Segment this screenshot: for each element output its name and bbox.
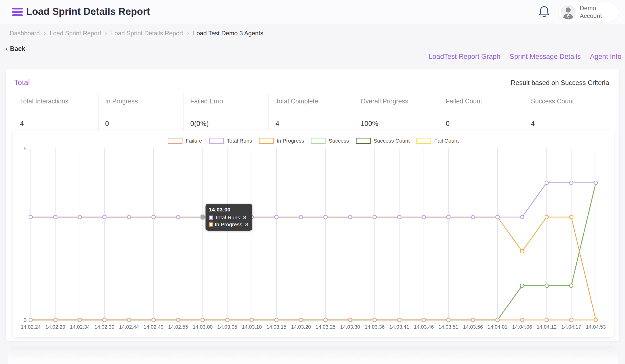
chevron-left-icon: ‹ bbox=[6, 45, 8, 53]
series-point-total-runs[interactable] bbox=[78, 215, 82, 219]
x-axis-label: 14:03:10 bbox=[242, 324, 262, 330]
series-point-total-runs[interactable] bbox=[496, 215, 499, 219]
series-point-failure[interactable] bbox=[520, 318, 524, 322]
series-point-failure[interactable] bbox=[250, 318, 254, 322]
x-axis-label: 14:04:06 bbox=[512, 324, 532, 330]
x-axis-label: 14:03:36 bbox=[365, 324, 385, 330]
series-point-total-runs[interactable] bbox=[299, 215, 303, 219]
series-point-in-progress[interactable] bbox=[594, 318, 598, 322]
y-axis-label: 5 bbox=[24, 145, 27, 151]
series-point-failure[interactable] bbox=[324, 318, 327, 322]
link-sprint-message-details[interactable]: Sprint Message Details bbox=[510, 53, 581, 61]
legend-item-total-runs[interactable]: Total Runs bbox=[209, 138, 252, 144]
legend-item-in-progress[interactable]: In Progress bbox=[259, 138, 304, 144]
chart-legend: FailureTotal RunsIn ProgressSuccessSucce… bbox=[13, 138, 614, 144]
chevron-right-icon: › bbox=[187, 29, 189, 37]
legend-swatch-in-progress bbox=[259, 138, 274, 144]
series-point-success[interactable] bbox=[545, 284, 548, 287]
series-point-total-runs[interactable] bbox=[324, 215, 327, 219]
series-point-failure[interactable] bbox=[348, 318, 352, 322]
success-criteria-note: Result based on Success Criteria bbox=[511, 79, 609, 87]
tooltip-value: Total Runs: 3 bbox=[215, 215, 246, 221]
series-point-total-runs[interactable] bbox=[471, 215, 475, 219]
series-point-success[interactable] bbox=[569, 284, 573, 287]
series-point-success[interactable] bbox=[520, 284, 524, 287]
legend-item-success-count[interactable]: Success Count bbox=[356, 138, 410, 144]
series-point-total-runs[interactable] bbox=[520, 215, 524, 219]
series-point-failure[interactable] bbox=[545, 318, 548, 322]
series-point-failure[interactable] bbox=[397, 318, 401, 322]
series-point-failure[interactable] bbox=[53, 318, 57, 322]
series-point-failure[interactable] bbox=[78, 318, 82, 322]
tooltip-swatch bbox=[209, 216, 213, 220]
legend-item-success[interactable]: Success bbox=[311, 138, 349, 144]
series-point-total-runs[interactable] bbox=[594, 181, 598, 185]
x-axis-label: 14:03:00 bbox=[193, 324, 213, 330]
back-button[interactable]: ‹ Back bbox=[6, 45, 25, 53]
x-axis-label: 14:03:46 bbox=[414, 324, 434, 330]
series-point-total-runs[interactable] bbox=[53, 215, 57, 219]
x-axis-label: 14:02:49 bbox=[144, 324, 164, 330]
x-axis-label: 14:04:01 bbox=[488, 324, 508, 330]
hamburger-menu-icon[interactable] bbox=[12, 8, 23, 16]
series-point-failure[interactable] bbox=[176, 318, 180, 322]
link-loadtest-report-graph[interactable]: LoadTest Report Graph bbox=[429, 53, 501, 61]
legend-item-fail-count[interactable]: Fail Count bbox=[416, 138, 459, 144]
series-point-total-runs[interactable] bbox=[447, 215, 450, 219]
loadtest-chart-card: FailureTotal RunsIn ProgressSuccessSucce… bbox=[13, 130, 614, 337]
series-point-in-progress[interactable] bbox=[545, 215, 548, 219]
x-axis-label: 14:03:20 bbox=[291, 324, 311, 330]
series-point-failure[interactable] bbox=[152, 318, 155, 322]
series-point-total-runs[interactable] bbox=[397, 215, 401, 219]
bell-icon[interactable] bbox=[538, 5, 550, 18]
series-point-total-runs[interactable] bbox=[422, 215, 426, 219]
series-point-failure[interactable] bbox=[373, 318, 376, 322]
series-line-success bbox=[31, 183, 596, 320]
series-point-failure[interactable] bbox=[299, 318, 303, 322]
tooltip-swatch bbox=[209, 222, 213, 227]
series-point-failure[interactable] bbox=[29, 318, 33, 322]
series-point-failure[interactable] bbox=[422, 318, 426, 322]
series-point-failure[interactable] bbox=[201, 318, 204, 322]
series-point-total-runs[interactable] bbox=[569, 181, 573, 185]
breadcrumb-item-dashboard[interactable]: Dashboard bbox=[10, 30, 40, 37]
breadcrumb-item-load-sprint-details-report[interactable]: Load Sprint Details Report bbox=[111, 30, 183, 37]
series-point-total-runs[interactable] bbox=[103, 215, 106, 219]
x-axis-label: 14:04:17 bbox=[561, 324, 581, 330]
loadtest-line-chart[interactable]: 14:02:2414:02:2914:02:3414:02:3914:02:44… bbox=[13, 130, 614, 337]
hovered-point[interactable] bbox=[200, 215, 205, 220]
link-agent-info[interactable]: Agent Info bbox=[590, 53, 621, 61]
series-point-failure[interactable] bbox=[127, 318, 131, 322]
stats-row: Total Interactions 4 In Progress 0 Faile… bbox=[14, 93, 609, 131]
series-point-total-runs[interactable] bbox=[152, 215, 155, 219]
legend-label: Failure bbox=[186, 138, 202, 144]
legend-item-failure[interactable]: Failure bbox=[168, 138, 202, 144]
x-axis-label: 14:03:56 bbox=[463, 324, 483, 330]
series-point-total-runs[interactable] bbox=[127, 215, 131, 219]
series-point-total-runs[interactable] bbox=[373, 215, 376, 219]
series-point-total-runs[interactable] bbox=[29, 215, 33, 219]
series-point-failure[interactable] bbox=[275, 318, 278, 322]
series-point-failure[interactable] bbox=[569, 318, 573, 322]
series-point-in-progress[interactable] bbox=[569, 215, 573, 219]
series-point-failure[interactable] bbox=[496, 318, 499, 322]
series-point-in-progress[interactable] bbox=[520, 250, 524, 253]
series-point-total-runs[interactable] bbox=[275, 215, 278, 219]
tab-total[interactable]: Total bbox=[14, 78, 30, 87]
chevron-right-icon: › bbox=[105, 29, 107, 37]
series-point-failure[interactable] bbox=[471, 318, 475, 322]
series-point-failure[interactable] bbox=[103, 318, 106, 322]
x-axis-label: 14:02:44 bbox=[119, 324, 139, 330]
series-point-failure[interactable] bbox=[225, 318, 229, 322]
account-menu[interactable]: Demo Account bbox=[558, 2, 619, 22]
stat-in-progress: In Progress 0 bbox=[98, 93, 184, 131]
breadcrumb-item-load-sprint-report[interactable]: Load Sprint Report bbox=[50, 30, 101, 37]
legend-swatch-fail-count bbox=[416, 138, 431, 144]
x-axis-label: 14:03:15 bbox=[266, 324, 286, 330]
series-point-failure[interactable] bbox=[447, 318, 450, 322]
app-header: Load Sprint Details Report Demo Account bbox=[0, 0, 625, 24]
series-point-total-runs[interactable] bbox=[176, 215, 180, 219]
total-summary-card: Total Result based on Success Criteria T… bbox=[6, 69, 619, 341]
series-point-total-runs[interactable] bbox=[348, 215, 352, 219]
series-point-total-runs[interactable] bbox=[545, 181, 548, 185]
